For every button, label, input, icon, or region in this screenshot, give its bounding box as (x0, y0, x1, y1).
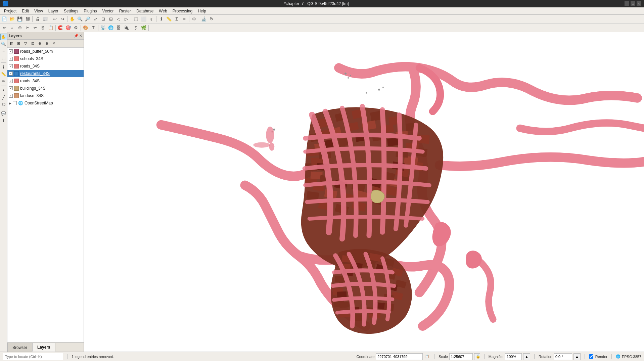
measure-btn[interactable]: 📏 (165, 15, 173, 23)
menu-layer[interactable]: Layer (46, 8, 61, 14)
layer-item-restaurants_34S[interactable]: restaurants_34S (7, 70, 84, 77)
menu-help[interactable]: Help (195, 8, 209, 14)
paste-feature-btn[interactable]: 📋 (47, 24, 54, 32)
maximize-button[interactable]: □ (631, 1, 635, 6)
new-project-btn[interactable]: 📄 (1, 15, 8, 23)
menu-processing[interactable]: Processing (170, 8, 195, 14)
menu-project[interactable]: Project (1, 8, 19, 14)
scale-lock-btn[interactable]: 🔒 (474, 353, 480, 360)
layers-open-btn[interactable]: ◧ (8, 40, 15, 47)
layer-checkbox-landuse_34S[interactable] (9, 94, 13, 98)
style-manager-btn[interactable]: 🎨 (82, 24, 89, 32)
identify-btn[interactable]: ℹ (157, 15, 165, 23)
layer-item-schools_34S[interactable]: schools_34S (7, 55, 84, 62)
zoom-out-tool[interactable]: − (0, 48, 7, 54)
close-button[interactable]: ✕ (637, 1, 641, 6)
layers-collapse-all-btn[interactable]: ⊖ (43, 40, 50, 47)
magnifier-input[interactable] (505, 353, 522, 360)
tip-btn[interactable]: ≡ (181, 15, 188, 23)
save-as-btn[interactable]: 🖫 (24, 15, 31, 23)
edit-node-btn[interactable]: ⬦ (8, 24, 16, 32)
menu-plugins[interactable]: Plugins (81, 8, 99, 14)
map-canvas[interactable] (84, 32, 644, 352)
layer-checkbox-schools_34S[interactable] (9, 57, 13, 61)
wfs-btn[interactable]: 🗄 (115, 24, 122, 32)
locate-input[interactable] (3, 353, 63, 360)
layer-item-roads_34S_1[interactable]: roads_34S (7, 62, 84, 70)
render-checkbox[interactable] (589, 354, 593, 359)
plugin-btn[interactable]: 🔌 (123, 24, 130, 32)
label-btn[interactable]: T (90, 24, 97, 32)
layers-pin-btn[interactable]: 📌 (74, 34, 79, 38)
edit-tool[interactable]: ✏ (0, 78, 7, 85)
select-tool[interactable]: ⬚ (0, 55, 7, 61)
osm-group-checkbox[interactable] (13, 101, 17, 105)
line-tool[interactable]: ╱ (0, 94, 7, 101)
layer-checkbox-roads_buffer_50m[interactable] (9, 49, 13, 53)
layer-order-btn[interactable]: ⚙ (190, 15, 198, 23)
layer-group-osm[interactable]: ▶🌐OpenStreetMap (7, 99, 84, 107)
delete-feature-btn[interactable]: ✂ (24, 24, 31, 32)
layer-item-landuse_34S[interactable]: landuse_34S (7, 92, 84, 99)
menu-raster[interactable]: Raster (117, 8, 134, 14)
print-btn[interactable]: 🖨 (34, 15, 41, 23)
layers-close-btn[interactable]: ✕ (79, 34, 82, 38)
zoom-select-btn[interactable]: ⊞ (107, 15, 114, 23)
pan-tool[interactable]: ✋ (0, 34, 7, 40)
menu-settings[interactable]: Settings (61, 8, 81, 14)
layer-checkbox-roads_34S_2[interactable] (9, 79, 13, 83)
tab-layers[interactable]: Layers (32, 343, 55, 352)
identify-tool[interactable]: ℹ (0, 64, 7, 71)
zoom-in-tool[interactable]: 🔍 (0, 41, 7, 47)
point-tool[interactable]: • (0, 87, 7, 94)
pan-btn[interactable]: ✋ (68, 15, 76, 23)
layer-item-buildings_34S[interactable]: buildings_34S (7, 85, 84, 92)
rotation-input[interactable] (554, 353, 572, 360)
select-btn[interactable]: ⬚ (132, 15, 140, 23)
menu-edit[interactable]: Edit (19, 8, 32, 14)
annotate-tool[interactable]: 💬 (0, 110, 7, 117)
layer-checkbox-roads_34S_1[interactable] (9, 64, 13, 68)
zoom-next-btn[interactable]: ▷ (123, 15, 130, 23)
minimize-button[interactable]: ─ (625, 1, 629, 6)
snap-btn[interactable]: 🧲 (57, 24, 64, 32)
rotation-up-btn[interactable]: ▲ (573, 353, 581, 360)
deselect-btn[interactable]: ⬜ (140, 15, 147, 23)
scale-input[interactable] (449, 353, 473, 360)
menu-view[interactable]: View (32, 8, 46, 14)
layer-checkbox-buildings_34S[interactable] (9, 86, 13, 90)
layers-filter-map-btn[interactable]: ⊡ (29, 40, 36, 47)
layer-item-roads_buffer_50m[interactable]: roads_buffer_50m (7, 48, 84, 55)
field-calc-btn[interactable]: ∑ (132, 24, 140, 32)
coordinate-input[interactable] (376, 353, 423, 360)
layer-checkbox-restaurants_34S[interactable] (9, 72, 13, 76)
copy-feature-btn[interactable]: ⎘ (39, 24, 47, 32)
gpx-btn[interactable]: 📡 (99, 24, 107, 32)
zoom-layer-btn[interactable]: ⊡ (99, 15, 107, 23)
cut-feature-btn[interactable]: ✃ (32, 24, 39, 32)
menu-vector[interactable]: Vector (100, 8, 117, 14)
coordinate-copy-btn[interactable]: 📋 (424, 354, 430, 360)
layers-filter-btn[interactable]: ▽ (22, 40, 29, 47)
snap-config-btn[interactable]: ⚙ (72, 24, 80, 32)
zoom-full-btn[interactable]: ⤢ (92, 15, 99, 23)
magnifier-btn[interactable]: 🔬 (200, 15, 208, 23)
menu-database[interactable]: Database (134, 8, 156, 14)
open-project-btn[interactable]: 📂 (8, 15, 16, 23)
zoom-prev-btn[interactable]: ◁ (115, 15, 122, 23)
layer-item-roads_34S_2[interactable]: roads_34S (7, 77, 84, 85)
grass-btn[interactable]: 🌿 (140, 24, 147, 32)
zoom-out-btn[interactable]: 🔎 (84, 15, 91, 23)
measure-tool[interactable]: 📏 (0, 71, 7, 78)
poly-tool[interactable]: ⬡ (0, 101, 7, 108)
zoom-in-btn[interactable]: 🔍 (76, 15, 84, 23)
tab-browser[interactable]: Browser (7, 343, 32, 352)
select-expr-btn[interactable]: ε (148, 15, 155, 23)
save-project-btn[interactable]: 💾 (16, 15, 24, 23)
digitize-btn[interactable]: ✏ (1, 24, 8, 32)
layers-add-group-btn[interactable]: ⊞ (15, 40, 22, 47)
label-tool[interactable]: T (0, 117, 7, 124)
layers-expand-all-btn[interactable]: ⊕ (36, 40, 43, 47)
redo-btn[interactable]: ↪ (59, 15, 66, 23)
move-feature-btn[interactable]: ⊕ (16, 24, 24, 32)
